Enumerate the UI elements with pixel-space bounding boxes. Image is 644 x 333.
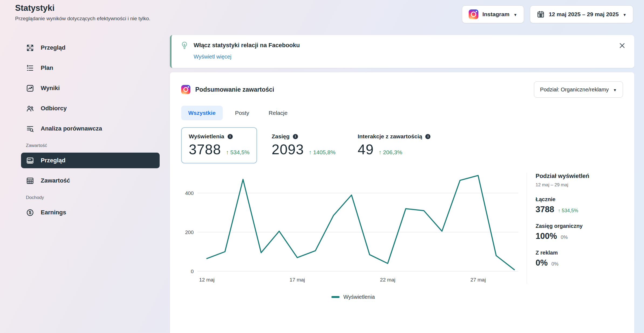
date-range-label: 12 maj 2025 – 29 maj 2025 — [549, 11, 619, 18]
metric-card-views[interactable]: Wyświetlenia 3788 ↑ 534,5% — [181, 127, 257, 163]
info-icon[interactable] — [228, 134, 233, 139]
metric-cards: Wyświetlenia 3788 ↑ 534,5% Zasięg 2093 ↑… — [181, 127, 623, 163]
sidebar-section-income: Dochody — [26, 195, 160, 200]
instagram-icon — [469, 9, 478, 19]
sidebar-item-label: Przegląd — [41, 44, 66, 51]
views-line-chart: 020040012 maj17 maj22 maj27 maj Wyświetl… — [181, 171, 525, 300]
sidebar-item-results[interactable]: Wyniki — [21, 80, 160, 96]
breakdown-row-value: 100% — [536, 231, 557, 241]
sidebar-item-benchmarking[interactable]: Analiza porównawcza — [21, 121, 160, 136]
svg-text:27 maj: 27 maj — [470, 277, 486, 283]
breakdown-title: Podział wyświetleń — [536, 173, 623, 180]
performance-chart-icon — [26, 84, 34, 92]
svg-text:12 maj: 12 maj — [199, 277, 214, 283]
metric-label: Zasięg — [272, 133, 290, 140]
content-card-icon — [26, 156, 34, 165]
svg-text:22 maj: 22 maj — [380, 277, 395, 283]
metric-change: ↑ 1405,8% — [309, 149, 335, 156]
metric-label: Interakcje z zawartością — [358, 133, 422, 140]
svg-text:$: $ — [29, 210, 32, 215]
svg-text:0: 0 — [191, 269, 194, 274]
breakdown-row-value: 3788 — [536, 205, 554, 214]
sidebar-item-content[interactable]: Zawartość — [21, 173, 160, 188]
list-icon — [26, 64, 34, 72]
calendar-icon — [537, 10, 545, 18]
platform-selector-label: Instagram — [482, 11, 509, 18]
table-grid-icon — [26, 177, 34, 185]
chevron-down-icon — [513, 11, 517, 18]
breakdown-row-label: Zasięg organiczny — [536, 223, 623, 229]
breakdown-row-change: 0% — [561, 235, 568, 240]
breakdown-row-value: 0% — [536, 258, 548, 268]
metric-card-reach[interactable]: Zasięg 2093 ↑ 1405,8% — [264, 127, 343, 163]
content-summary-card: Podsumowanie zawartości Podział: Organic… — [170, 72, 634, 333]
tab-stories[interactable]: Relacje — [262, 106, 294, 120]
sidebar-item-audience[interactable]: Odbiorcy — [21, 101, 160, 116]
metric-change: ↑ 534,5% — [226, 149, 250, 156]
metric-value: 3788 — [189, 141, 221, 157]
breakdown-row-change: ↑ 534,5% — [558, 208, 578, 214]
breakdown-dropdown[interactable]: Podział: Organiczne/reklamy — [534, 81, 623, 98]
sidebar-item-label: Odbiorcy — [41, 105, 67, 112]
breakdown-row-change: 0% — [551, 261, 559, 267]
chart-legend: Wyświetlenia — [181, 294, 525, 300]
date-range-button[interactable]: 12 maj 2025 – 29 maj 2025 — [530, 5, 633, 23]
page-title: Statystyki — [15, 3, 54, 13]
svg-text:17 maj: 17 maj — [290, 277, 305, 283]
platform-selector-button[interactable]: Instagram — [462, 5, 524, 23]
views-breakdown-panel: Podział wyświetleń 12 maj – 29 maj Łączn… — [527, 171, 623, 300]
metric-value: 49 — [358, 141, 374, 157]
sidebar-item-label: Wyniki — [41, 85, 60, 92]
breakdown-row-label: Łącznie — [536, 196, 623, 202]
metric-value: 2093 — [272, 141, 304, 157]
legend-label: Wyświetlenia — [343, 294, 375, 300]
legend-line-swatch — [331, 296, 340, 298]
svg-text:200: 200 — [185, 229, 194, 235]
toolbar: Instagram 12 maj 2025 – 29 maj 2025 — [462, 5, 633, 23]
lightbulb-icon — [180, 41, 189, 50]
sidebar-item-plan[interactable]: Plan — [21, 60, 160, 76]
sidebar-item-earnings[interactable]: $ Earnings — [21, 205, 160, 220]
breakdown-date-range: 12 maj – 29 maj — [536, 182, 623, 188]
sidebar-item-label: Plan — [41, 64, 53, 71]
tab-all[interactable]: Wszystkie — [181, 106, 223, 120]
content-type-tabs: Wszystkie Posty Relacje — [181, 106, 623, 120]
banner-title: Włącz statystyki relacji na Facebooku — [194, 42, 300, 49]
instagram-icon — [181, 85, 190, 94]
sidebar-item-overview[interactable]: Przegląd — [21, 40, 160, 56]
sidebar-item-label: Analiza porównawcza — [41, 125, 102, 132]
metric-card-interactions[interactable]: Interakcje z zawartością 49 ↑ 206,3% — [350, 127, 438, 163]
chevron-down-icon — [613, 87, 617, 93]
overview-icon — [26, 44, 34, 52]
line-chart-svg: 020040012 maj17 maj22 maj27 maj — [181, 171, 524, 287]
tab-posts[interactable]: Posty — [228, 106, 256, 120]
page-subtitle: Przeglądanie wyników dotyczących efektyw… — [15, 16, 150, 22]
banner-see-more-link[interactable]: Wyświetl więcej — [194, 54, 231, 60]
sidebar-item-label: Zawartość — [41, 177, 70, 184]
metric-label: Wyświetlenia — [189, 133, 224, 140]
metric-change: ↑ 206,3% — [379, 149, 402, 156]
sidebar-section-content: Zawartość — [26, 143, 160, 148]
stories-insights-banner: Włącz statystyki relacji na Facebooku Wy… — [170, 35, 634, 68]
info-icon[interactable] — [293, 134, 298, 139]
close-icon[interactable] — [619, 42, 626, 49]
list-search-icon — [26, 125, 34, 133]
dollar-circle-icon: $ — [26, 208, 34, 217]
people-icon — [26, 104, 34, 113]
breakdown-dropdown-label: Podział: Organiczne/reklamy — [540, 87, 609, 93]
sidebar-item-content-overview[interactable]: Przegląd — [21, 153, 160, 168]
chevron-down-icon — [623, 11, 626, 18]
content-summary-title: Podsumowanie zawartości — [195, 86, 274, 93]
sidebar-item-label: Earnings — [41, 209, 66, 216]
info-icon[interactable] — [425, 134, 430, 139]
svg-text:400: 400 — [185, 190, 194, 196]
sidebar-item-label: Przegląd — [41, 157, 66, 164]
sidebar: Przegląd Plan Wyniki Odbiorcy Analiza po… — [21, 40, 160, 225]
breakdown-row-label: Z reklam — [536, 250, 623, 256]
